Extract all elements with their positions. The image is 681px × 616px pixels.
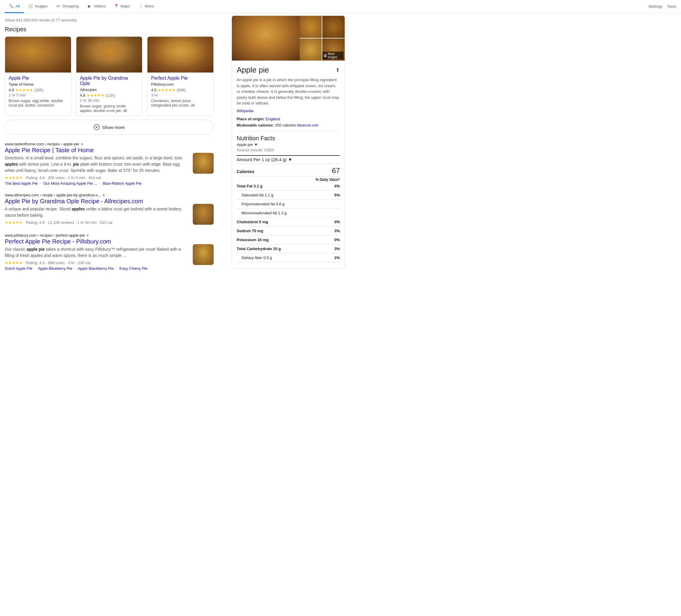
result-url-2: www.allrecipes.com › recipe › apple-pie-… <box>5 193 214 197</box>
nutrition-row-divider-2 <box>237 208 340 208</box>
nav-tab-images[interactable]: ⬜ Images <box>24 0 52 13</box>
recipes-section: Recipes Apple Pie Taste of Home 4.6 ★★★★… <box>5 26 214 134</box>
rating-stars-3: ★★★★★ <box>5 261 23 265</box>
kp-image-grid: 🖼 More images <box>300 16 345 60</box>
nutrition-row-divider-8 <box>237 262 340 262</box>
more-images-badge[interactable]: 🖼 More images <box>322 52 344 59</box>
recipe-card-image-2 <box>76 37 142 73</box>
result-link-blackberry[interactable]: Apple Blackberry Pie <box>78 266 114 271</box>
nutrition-row-8: Dietary fiber 0.5 g2% <box>237 254 340 261</box>
kp-image-sm-3[interactable] <box>300 39 322 60</box>
result-link-blue-ribbon[interactable]: Blue-Ribbon Apple Pie <box>103 181 142 186</box>
kp-fatsecret-link[interactable]: fatsecret.com <box>297 123 319 127</box>
nutrition-subject[interactable]: Apple pie ▼ <box>237 142 340 147</box>
kp-fact-origin: Place of origin: England <box>237 117 340 121</box>
nutrition-row-2: Polyunsaturated fat 0.6 g <box>237 201 340 207</box>
url-arrow-2: ▼ <box>102 193 105 197</box>
kp-image-sm-4[interactable]: 🖼 More images <box>322 39 345 60</box>
knowledge-panel: 🖼 More images Apple pie ⬆ An apple pie i… <box>232 16 345 278</box>
nutrition-row-divider-3 <box>237 217 340 218</box>
result-title-3[interactable]: Perfect Apple Pie Recipe - Pillsbury.com <box>5 238 189 245</box>
kp-fact-calories: Mcdonalds calories: 250 calories fatsecr… <box>237 123 340 127</box>
result-thumbnail-2 <box>193 204 214 225</box>
nutrition-row-3: Monounsaturated fat 1.2 g <box>237 210 340 216</box>
settings-link[interactable]: Settings <box>649 4 662 9</box>
recipe-card-1[interactable]: Apple Pie Taste of Home 4.6 ★★★★★ (205) … <box>5 36 71 116</box>
kp-description: An apple pie is a pie in which the princ… <box>237 77 340 106</box>
result-link-cherry[interactable]: Easy Cherry Pie <box>119 266 147 271</box>
left-column: About 631,000,000 results (0.77 seconds)… <box>5 16 214 278</box>
tools-link[interactable]: Tools <box>667 4 676 9</box>
url-arrow-3: ▼ <box>86 234 90 237</box>
nav-tab-more[interactable]: ⋮ More <box>134 0 158 13</box>
recipe-card-time-2: 1 hr 30 min <box>80 98 139 103</box>
kp-wikipedia-link[interactable]: Wikipedia <box>237 108 340 113</box>
nav-tab-shopping[interactable]: 🏷 Shopping <box>52 0 83 13</box>
stars-3: ★★★★★ <box>157 88 175 92</box>
recipe-card-image-1 <box>5 37 71 73</box>
result-url-1: www.tasteofhome.com › recipes › apple-pi… <box>5 142 214 146</box>
nutrition-row-0: Total Fat 3.1 g4% <box>237 183 340 189</box>
result-links-3: Dutch Apple Pie · Apple-Blueberry Pie · … <box>5 266 189 271</box>
nav-tab-videos[interactable]: ▶ Videos <box>83 0 110 13</box>
recipe-card-image-3 <box>147 37 213 73</box>
show-more-button[interactable]: Show more <box>5 120 214 134</box>
recipe-card-ingredients-3: Cinnamon, lemon juice, refrigerated pie … <box>151 98 210 107</box>
nutrition-row-1: Saturated fat 1.1 g5% <box>237 192 340 198</box>
search-icon: 🔍 <box>9 4 14 8</box>
recipe-card-2[interactable]: Apple Pie by Grandma Ople Allrecipes 4.8… <box>76 36 143 116</box>
result-link-amazing-apple-pie[interactable]: Our Most Amazing Apple Pie ... <box>43 181 97 186</box>
result-meta-3: ★★★★★ Rating: 4.5 · 688 votes · 3 hr · 2… <box>5 261 189 265</box>
nutrition-amount-per: Amount Per 1 oz (28.4 g) ▼ <box>237 157 340 162</box>
nutrition-row-6: Potassium 18 mg0% <box>237 237 340 243</box>
nutrition-source: Sources include: USDA <box>237 148 340 152</box>
nutrition-row-4: Cholesterol 0 mg0% <box>237 219 340 225</box>
search-result-3: www.pillsbury.com › recipes › perfect-ap… <box>5 233 214 271</box>
kp-image-sm-2[interactable] <box>322 16 345 38</box>
result-title-1[interactable]: Apple Pie Recipe | Taste of Home <box>5 147 189 154</box>
rating-stars-1: ★★★★★ <box>5 175 23 180</box>
result-url-3: www.pillsbury.com › recipes › perfect-ap… <box>5 233 214 238</box>
recipe-card-3[interactable]: Perfect Apple Pie Pillsbury.com 4.5 ★★★★… <box>147 36 214 116</box>
result-desc-2: A unique and popular recipe. Sliced appl… <box>5 206 189 219</box>
nutrition-row-divider-4 <box>237 226 340 226</box>
image-icon: 🖼 <box>324 54 327 57</box>
recipe-card-source-3: Pillsbury.com <box>151 82 210 87</box>
result-thumbnail-3 <box>193 244 214 265</box>
serving-size[interactable]: 1 oz (28.4 g) ▼ <box>261 157 292 162</box>
result-meta-2: ★★★★★ Rating: 4.8 · 11,108 reviews · 1 h… <box>5 220 189 225</box>
search-result-2: www.allrecipes.com › recipe › apple-pie-… <box>5 193 214 226</box>
kp-fact-origin-value[interactable]: England <box>266 117 280 121</box>
nutrition-row-5: Sodium 75 mg3% <box>237 228 340 234</box>
nav-tab-maps[interactable]: 📍 Maps <box>110 0 134 13</box>
kp-title: Apple pie <box>237 65 269 75</box>
result-desc-1: Directions. In a small bowl, combine the… <box>5 155 189 174</box>
share-icon[interactable]: ⬆ <box>335 67 340 73</box>
nav-tab-all[interactable]: 🔍 All <box>5 0 24 13</box>
result-meta-1: ★★★★★ Rating: 4.6 · 205 votes · 1 hr 5 m… <box>5 175 189 180</box>
kp-image-sm-1[interactable] <box>300 16 322 38</box>
recipe-card-source-1: Taste of Home <box>9 82 68 87</box>
result-link-dutch[interactable]: Dutch Apple Pie <box>5 266 32 271</box>
video-icon: ▶ <box>87 4 92 8</box>
recipe-card-source-2: Allrecipes <box>80 88 139 92</box>
result-count: About 631,000,000 results (0.77 seconds) <box>5 16 214 26</box>
result-link-best-apple-pie[interactable]: The Best Apple Pie <box>5 181 38 186</box>
recipe-card-title-3: Perfect Apple Pie <box>151 75 210 81</box>
result-title-2[interactable]: Apple Pie by Grandma Ople Recipe - Allre… <box>5 198 189 205</box>
recipe-card-ingredients-1: Brown sugar, egg white, double crust pie… <box>9 98 68 107</box>
nutrition-facts: Nutrition Facts Apple pie ▼ Sources incl… <box>237 135 340 262</box>
search-result-1: www.tasteofhome.com › recipes › apple-pi… <box>5 142 214 186</box>
result-link-blueberry[interactable]: Apple-Blueberry Pie <box>38 266 73 271</box>
recipe-card-ingredients-2: Brown sugar, granny smith apples, double… <box>80 104 139 113</box>
url-arrow-1: ▼ <box>80 142 83 146</box>
images-icon: ⬜ <box>28 4 33 8</box>
nutrition-title: Nutrition Facts <box>237 135 340 142</box>
kp-body: Apple pie ⬆ An apple pie is a pie in whi… <box>232 60 345 268</box>
recipe-cards: Apple Pie Taste of Home 4.6 ★★★★★ (205) … <box>5 36 214 116</box>
kp-main-image[interactable] <box>232 16 300 60</box>
nutrition-row-divider-1 <box>237 199 340 200</box>
nutrition-row-divider-7 <box>237 253 340 253</box>
recipe-card-rating-1: 4.6 ★★★★★ (205) <box>9 88 68 92</box>
nutrition-row-divider-6 <box>237 244 340 244</box>
